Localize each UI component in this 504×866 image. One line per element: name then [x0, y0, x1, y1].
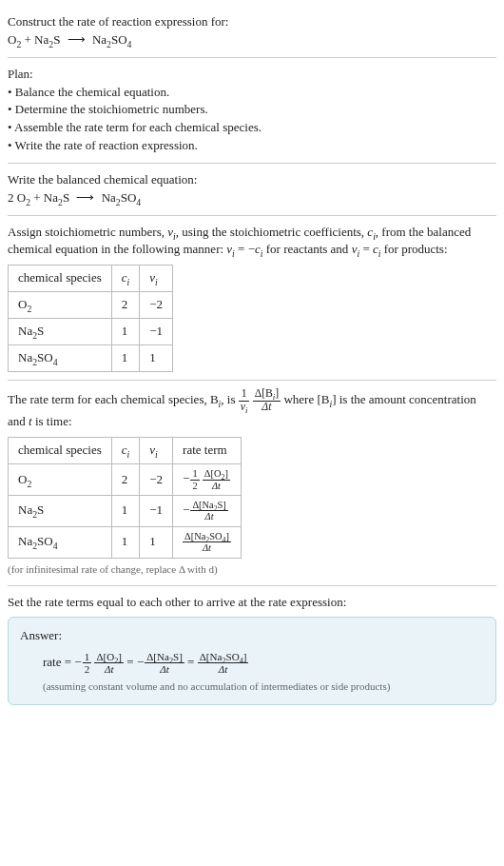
reactant-o2: O2 — [8, 32, 21, 47]
balanced-equation-section: Write the balanced chemical equation: 2 … — [8, 164, 496, 216]
plan-section: Plan: Balance the chemical equation. Det… — [8, 58, 496, 164]
prompt-section: Construct the rate of reaction expressio… — [8, 6, 496, 58]
answer-heading: Set the rate terms equal to each other t… — [8, 594, 496, 612]
cell-nui: −1 — [140, 495, 173, 526]
coefficient: 2 — [8, 190, 17, 205]
rate-term-table: chemical species ci νi rate term O2 2 −2… — [8, 437, 242, 558]
answer-label: Answer: — [20, 627, 484, 645]
answer-section: Set the rate terms equal to each other t… — [8, 586, 496, 713]
table-header-row: chemical species ci νi — [9, 266, 173, 292]
cell-species: Na2SO4 — [9, 344, 112, 371]
col-ci: ci — [111, 266, 140, 292]
cell-nui: 1 — [140, 344, 173, 371]
table-row: Na2SO4 1 1 — [9, 344, 173, 371]
cell-rate-term: Δ[Na2SO4]Δt — [173, 526, 242, 558]
reactant-na2s: Na2S — [44, 190, 69, 205]
plan-heading: Plan: — [8, 66, 496, 84]
reactant-na2s: Na2S — [34, 32, 60, 47]
cell-ci: 1 — [111, 495, 140, 526]
cell-species: O2 — [9, 464, 112, 496]
unbalanced-reaction: O2 + Na2S ⟶ Na2SO4 — [8, 31, 496, 49]
product-na2so4: Na2SO4 — [102, 190, 142, 205]
stoichiometric-text: Assign stoichiometric numbers, νi, using… — [8, 224, 496, 260]
table-header-row: chemical species ci νi rate term — [9, 438, 242, 464]
col-nui: νi — [140, 438, 173, 464]
reaction-arrow-icon: ⟶ — [68, 31, 86, 49]
table-row: Na2SO4 1 1 Δ[Na2SO4]Δt — [9, 526, 242, 558]
cell-ci: 1 — [111, 526, 140, 558]
cell-species: Na2S — [9, 495, 112, 526]
col-nui: νi — [140, 266, 173, 292]
rate-term-text: The rate term for each chemical species,… — [8, 388, 496, 432]
cell-ci: 1 — [111, 318, 140, 344]
cell-species: Na2SO4 — [9, 526, 112, 558]
stoichiometric-section: Assign stoichiometric numbers, νi, using… — [8, 216, 496, 381]
col-ci: ci — [111, 438, 140, 464]
table-row: Na2S 1 −1 −Δ[Na2S]Δt — [9, 495, 242, 526]
table-row: O2 2 −2 −12 Δ[O2]Δt — [9, 464, 242, 496]
cell-ci: 1 — [111, 344, 140, 371]
cell-nui: −2 — [140, 292, 173, 319]
cell-nui: −2 — [140, 464, 173, 496]
fraction: 1νi — [239, 388, 250, 414]
plan-bullet: Write the rate of reaction expression. — [8, 137, 496, 155]
cell-ci: 2 — [111, 292, 140, 319]
col-rate-term: rate term — [173, 438, 242, 464]
infinitesimal-note: (for infinitesimal rate of change, repla… — [8, 562, 496, 578]
cell-species: Na2S — [9, 318, 112, 344]
cell-nui: 1 — [140, 526, 173, 558]
plan-list: Balance the chemical equation. Determine… — [8, 84, 496, 155]
fraction: Δ[Bi]Δt — [253, 388, 281, 414]
cell-rate-term: −Δ[Na2S]Δt — [173, 495, 242, 526]
balanced-heading: Write the balanced chemical equation: — [8, 171, 496, 189]
balanced-reaction: 2 O2 + Na2S ⟶ Na2SO4 — [8, 189, 496, 207]
cell-rate-term: −12 Δ[O2]Δt — [173, 464, 242, 496]
rate-expression: rate = −12 Δ[O2]Δt = −Δ[Na2S]Δt = Δ[Na2S… — [20, 651, 484, 675]
product-na2so4: Na2SO4 — [92, 32, 132, 47]
assumption-note: (assuming constant volume and no accumul… — [20, 679, 484, 695]
plan-bullet: Determine the stoichiometric numbers. — [8, 101, 496, 119]
col-species: chemical species — [9, 438, 112, 464]
prompt-text: Construct the rate of reaction expressio… — [8, 13, 496, 31]
table-row: Na2S 1 −1 — [9, 318, 173, 344]
answer-box: Answer: rate = −12 Δ[O2]Δt = −Δ[Na2S]Δt … — [8, 617, 496, 704]
col-species: chemical species — [9, 266, 112, 292]
plan-bullet: Balance the chemical equation. — [8, 84, 496, 102]
reactant-o2: O2 — [17, 190, 30, 205]
table-row: O2 2 −2 — [9, 292, 173, 319]
stoichiometric-table: chemical species ci νi O2 2 −2 Na2S 1 −1… — [8, 265, 173, 371]
cell-species: O2 — [9, 292, 112, 319]
rate-term-section: The rate term for each chemical species,… — [8, 381, 496, 586]
reaction-arrow-icon: ⟶ — [76, 189, 94, 207]
plan-bullet: Assemble the rate term for each chemical… — [8, 119, 496, 137]
cell-ci: 2 — [111, 464, 140, 496]
cell-nui: −1 — [140, 318, 173, 344]
